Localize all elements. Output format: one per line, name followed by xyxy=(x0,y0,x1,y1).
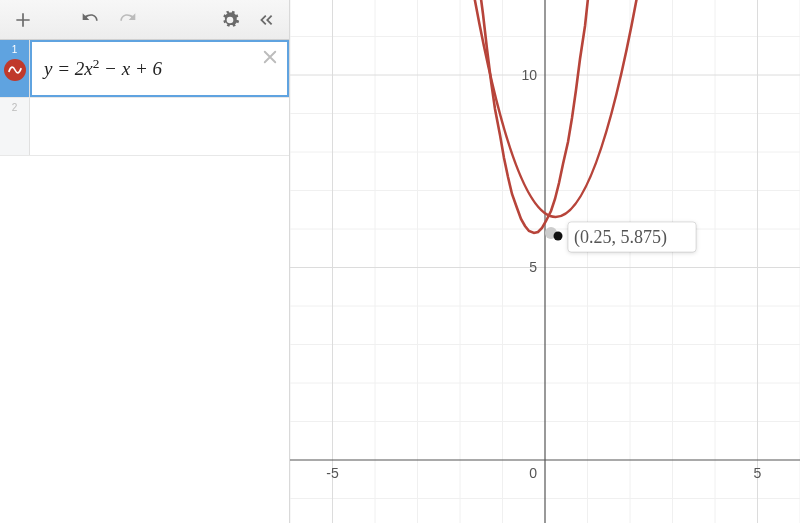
chevron-double-left-icon xyxy=(256,10,276,30)
app-root: 1 y = 2x2 − x + 6 xyxy=(0,0,800,523)
y-tick-label: 5 xyxy=(529,259,537,275)
add-button[interactable] xyxy=(6,5,40,35)
gear-icon xyxy=(220,10,240,30)
expression-math: y = 2x2 − x + 6 xyxy=(44,56,162,80)
undo-icon xyxy=(81,10,101,30)
expression-list: 1 y = 2x2 − x + 6 xyxy=(0,40,289,523)
parabola[interactable] xyxy=(478,0,593,233)
point-label: (0.25, 5.875) xyxy=(568,222,696,252)
expression-row[interactable]: 2 xyxy=(0,98,289,156)
redo-icon xyxy=(117,10,137,30)
graph-canvas[interactable]: -5 0 5 5 10 (0.25, 5.875) xyxy=(290,0,800,523)
collapse-panel-button[interactable] xyxy=(249,5,283,35)
expression-index: 2 xyxy=(12,102,18,113)
delete-expression-button[interactable] xyxy=(259,46,281,68)
origin-label: 0 xyxy=(529,465,537,481)
x-tick-label: 5 xyxy=(754,465,762,481)
toolbar xyxy=(0,0,289,40)
color-swatch[interactable] xyxy=(4,59,26,81)
annotated-point[interactable] xyxy=(554,232,563,241)
expression-index: 1 xyxy=(12,44,18,55)
x-tick-label: -5 xyxy=(326,465,339,481)
redo-button[interactable] xyxy=(110,5,144,35)
undo-button[interactable] xyxy=(74,5,108,35)
point-label-text: (0.25, 5.875) xyxy=(574,227,667,248)
close-icon xyxy=(261,48,279,66)
expression-row[interactable]: 1 y = 2x2 − x + 6 xyxy=(0,40,289,98)
plus-icon xyxy=(13,10,33,30)
expression-panel: 1 y = 2x2 − x + 6 xyxy=(0,0,290,523)
expression-input[interactable] xyxy=(30,98,289,155)
wave-icon xyxy=(7,62,23,78)
expression-input[interactable]: y = 2x2 − x + 6 xyxy=(30,40,289,97)
expression-gutter: 2 xyxy=(0,98,30,155)
y-tick-label: 10 xyxy=(521,67,537,83)
settings-button[interactable] xyxy=(213,5,247,35)
graph-panel[interactable]: -5 0 5 5 10 (0.25, 5.875) xyxy=(290,0,800,523)
expression-gutter: 1 xyxy=(0,40,30,97)
